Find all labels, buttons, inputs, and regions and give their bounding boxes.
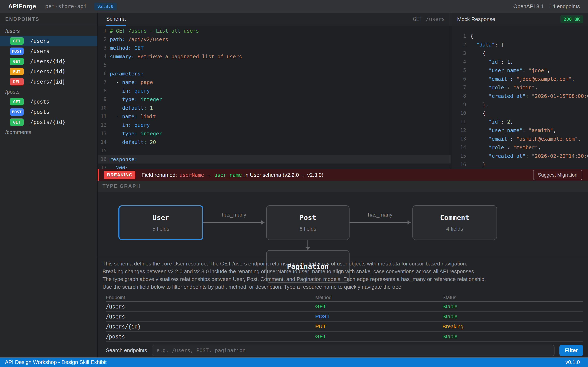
code-text: { <box>470 33 473 39</box>
code-line: 9 type: integer <box>98 95 450 104</box>
sidebar-endpoint-item[interactable]: PUT/users/{id} <box>0 67 97 77</box>
code-line: 2path: /api/v2/users <box>98 35 450 44</box>
code-line: 5 "user_name": "jdoe", <box>451 66 588 75</box>
graph-node-comment[interactable]: Comment 4 fields <box>412 205 497 240</box>
code-text: "user_name": "asmith", <box>470 127 556 133</box>
endpoint-path: /users/{id} <box>30 79 65 85</box>
line-number: 12 <box>451 127 466 133</box>
schema-code-editor[interactable]: 1# GET /users - List all users2path: /ap… <box>98 26 450 169</box>
top-bar: APIForge pet-store-api v2.3.0 OpenAPI 3.… <box>0 0 588 13</box>
endpoint-path: /users <box>30 48 49 54</box>
edge-label-has-many: has_many <box>212 212 256 218</box>
cell-endpoint: /users <box>106 314 315 320</box>
cell-endpoint: /users <box>106 304 315 310</box>
sidebar-endpoint-item[interactable]: POST/posts <box>0 107 97 117</box>
table-row[interactable]: /usersPOSTStable <box>106 312 583 322</box>
sidebar-endpoint-item[interactable]: GET/posts/{id} <box>0 117 97 127</box>
line-number: 5 <box>451 67 466 73</box>
breaking-prefix: Field renamed: <box>141 172 177 178</box>
code-line: 6parameters: <box>98 69 450 78</box>
line-number: 7 <box>98 79 107 85</box>
sidebar-endpoint-item[interactable]: GET/posts <box>0 97 97 107</box>
line-number: 9 <box>98 96 107 102</box>
line-number: 14 <box>98 139 107 145</box>
line-number: 10 <box>98 105 107 111</box>
code-text: type: integer <box>110 96 162 102</box>
node-title: Comment <box>440 213 469 222</box>
mock-response-code[interactable]: 1{2 "data": [3 {4 "id": 1,5 "user_name":… <box>451 26 588 169</box>
code-text: default: 1 <box>110 105 153 111</box>
search-input[interactable] <box>152 345 554 356</box>
topbar-meta: OpenAPI 3.1 14 endpoints <box>513 3 580 9</box>
sidebar-endpoint-item[interactable]: GET/users <box>0 36 97 46</box>
suggest-migration-button[interactable]: Suggest Migration <box>533 170 582 180</box>
apiforge-app: APIForge pet-store-api v2.3.0 OpenAPI 3.… <box>0 0 588 367</box>
sidebar-endpoint-item[interactable]: POST/users <box>0 46 97 56</box>
code-text: "role": "admin", <box>470 85 538 91</box>
endpoint-path: /users <box>30 38 49 44</box>
method-badge: GET <box>10 37 24 45</box>
line-number: 3 <box>98 45 107 51</box>
line-number: 8 <box>451 93 466 99</box>
endpoint-path: /posts <box>30 109 49 115</box>
version-badge[interactable]: v2.3.0 <box>94 3 117 10</box>
code-text: parameters: <box>110 71 144 77</box>
line-number: 1 <box>98 28 107 34</box>
table-row[interactable]: /usersGETStable <box>106 302 583 312</box>
new-field-name: user_name <box>214 172 242 178</box>
graph-node-user[interactable]: User 5 fields <box>118 205 203 240</box>
code-line: 10 default: 1 <box>98 104 450 112</box>
sidebar-endpoint-item[interactable]: DEL/users/{id} <box>0 77 97 87</box>
node-fields: 5 fields <box>153 226 169 232</box>
code-text: summary: Retrieve a paginated list of us… <box>110 54 242 59</box>
method-badge: GET <box>10 58 24 65</box>
breaking-change-banner: BREAKING Field renamed: userName → user_… <box>98 169 588 181</box>
line-number: 7 <box>451 85 466 90</box>
node-title: User <box>153 213 169 222</box>
code-line: 12 "user_name": "asmith", <box>451 126 588 134</box>
breaking-badge: BREAKING <box>104 171 135 179</box>
active-endpoint-label: GET /users <box>413 16 445 22</box>
col-endpoint: Endpoint <box>106 295 315 300</box>
code-line: 1# GET /users - List all users <box>98 26 450 35</box>
table-row[interactable]: /users/{id}PUTBreaking <box>106 322 583 332</box>
sidebar-endpoint-item[interactable]: GET/users/{id} <box>0 56 97 67</box>
app-logo: APIForge <box>8 3 36 10</box>
line-number: 4 <box>98 54 107 59</box>
code-line: 7 "role": "admin", <box>451 83 588 92</box>
cell-status: Breaking <box>442 323 583 330</box>
code-line: 11 "id": 2, <box>451 117 588 126</box>
code-text: - name: limit <box>110 114 156 119</box>
method-badge: POST <box>10 108 24 116</box>
code-text: "user_name": "jdoe", <box>470 67 550 73</box>
code-text: }, <box>470 102 489 108</box>
code-line: 14 "role": "member", <box>451 143 588 152</box>
rename-arrow: → <box>207 172 212 178</box>
line-number: 12 <box>98 122 107 128</box>
code-line: 6 "email": "jdoe@example.com", <box>451 75 588 83</box>
endpoint-path: /posts/{id} <box>30 119 65 125</box>
line-number: 5 <box>98 62 107 68</box>
graph-node-post[interactable]: Post 6 fields <box>266 205 350 240</box>
filter-button[interactable]: Filter <box>559 345 583 356</box>
edge-post-pagination <box>307 240 308 247</box>
line-number: 11 <box>98 114 107 119</box>
search-label: Search endpoints <box>106 347 147 354</box>
code-line: 4summary: Retrieve a paginated list of u… <box>98 52 450 61</box>
code-line: 16response: <box>98 155 450 164</box>
code-text: 200: <box>110 165 128 169</box>
line-number: 16 <box>98 156 107 162</box>
type-graph-title: TYPE GRAPH <box>98 181 588 192</box>
table-row[interactable]: /postsGETStable <box>106 332 583 342</box>
line-number: 2 <box>98 36 107 42</box>
project-name: pet-store-api <box>45 3 87 9</box>
tab-schema[interactable]: Schema <box>106 13 126 26</box>
line-number: 4 <box>451 59 466 65</box>
code-text: "email": "jdoe@example.com", <box>470 76 575 82</box>
endpoint-path: /posts <box>30 99 49 105</box>
description-line: The type graph above visualizes relation… <box>103 275 583 283</box>
arrowhead-icon <box>407 220 411 225</box>
cell-method: GET <box>315 333 442 340</box>
content-area: Schema GET /users 1# GET /users - List a… <box>98 13 588 358</box>
code-text: "id": 2, <box>470 119 513 125</box>
